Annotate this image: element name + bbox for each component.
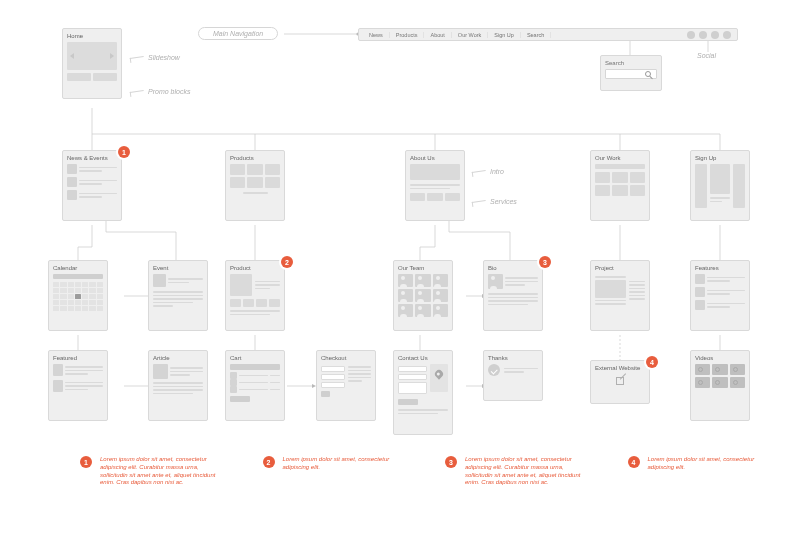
- page-product[interactable]: Product: [225, 260, 285, 331]
- page-title: Calendar: [53, 265, 103, 271]
- nav-item-signup[interactable]: Sign Up: [488, 32, 521, 38]
- page-videos[interactable]: Videos: [690, 350, 750, 421]
- annotation-promo: Promo blocks: [130, 88, 190, 95]
- page-article[interactable]: Article: [148, 350, 208, 421]
- page-our-team[interactable]: Our Team: [393, 260, 453, 331]
- page-title: External Website: [595, 365, 645, 371]
- badge-4: 4: [646, 356, 658, 368]
- social-label: Social: [697, 52, 716, 59]
- footnote-3: 3Lorem ipsum dolor sit amet, consectetur…: [445, 456, 588, 487]
- play-icon: [698, 367, 703, 372]
- search-input[interactable]: [605, 69, 657, 79]
- page-event[interactable]: Event: [148, 260, 208, 331]
- page-features[interactable]: Features: [690, 260, 750, 331]
- page-about-us[interactable]: About Us: [405, 150, 465, 221]
- page-title: Products: [230, 155, 280, 161]
- page-title: Checkout: [321, 355, 371, 361]
- page-our-work[interactable]: Our Work: [590, 150, 650, 221]
- page-title-home: Home: [67, 33, 117, 39]
- page-calendar[interactable]: Calendar: [48, 260, 108, 331]
- annotation-intro: Intro: [472, 168, 504, 175]
- badge-3: 3: [539, 256, 551, 268]
- page-sign-up[interactable]: Sign Up: [690, 150, 750, 221]
- page-featured[interactable]: Featured: [48, 350, 108, 421]
- page-title: Thanks: [488, 355, 538, 361]
- page-title: Videos: [695, 355, 745, 361]
- page-title: Cart: [230, 355, 280, 361]
- page-bio[interactable]: Bio: [483, 260, 543, 331]
- footnote-2: 2Lorem ipsum dolor sit amet, consectetur…: [263, 456, 406, 487]
- page-title: Article: [153, 355, 203, 361]
- map-pin-icon: [433, 368, 444, 379]
- page-title: Product: [230, 265, 280, 271]
- footnote-4: 4Lorem ipsum dolor sit amet, consectetur…: [628, 456, 771, 487]
- nav-item-ourwork[interactable]: Our Work: [452, 32, 488, 38]
- annotation-slideshow: Slideshow: [130, 54, 180, 61]
- page-cart[interactable]: Cart: [225, 350, 285, 421]
- page-title: Project: [595, 265, 645, 271]
- page-title: About Us: [410, 155, 460, 161]
- page-home[interactable]: Home: [62, 28, 122, 99]
- social-icons: [687, 31, 733, 39]
- search-popup-title: Search: [605, 60, 657, 66]
- main-navigation-bar: News Products About Our Work Sign Up Sea…: [358, 28, 738, 41]
- page-title: Bio: [488, 265, 538, 271]
- page-products[interactable]: Products: [225, 150, 285, 221]
- page-title: Our Team: [398, 265, 448, 271]
- page-thanks[interactable]: Thanks: [483, 350, 543, 401]
- search-popup: Search: [600, 55, 662, 91]
- page-contact-us[interactable]: Contact Us: [393, 350, 453, 435]
- chevron-left-icon: [70, 53, 74, 59]
- main-navigation-caption: Main Navigation: [198, 27, 278, 40]
- page-title: Features: [695, 265, 745, 271]
- annotation-services: Services: [472, 198, 517, 205]
- search-icon: [645, 71, 651, 77]
- badge-2: 2: [281, 256, 293, 268]
- check-icon: [488, 364, 500, 376]
- footnote-1: 1Lorem ipsum dolor sit amet, consectetur…: [80, 456, 223, 487]
- page-title: Featured: [53, 355, 103, 361]
- nav-item-about[interactable]: About: [424, 32, 451, 38]
- page-title: Sign Up: [695, 155, 745, 161]
- page-title: Event: [153, 265, 203, 271]
- page-external-website[interactable]: External Website: [590, 360, 650, 404]
- footnotes: 1Lorem ipsum dolor sit amet, consectetur…: [80, 456, 770, 487]
- nav-item-search[interactable]: Search: [521, 32, 551, 38]
- page-title: News & Events: [67, 155, 117, 161]
- page-project[interactable]: Project: [590, 260, 650, 331]
- chevron-right-icon: [110, 53, 114, 59]
- nav-item-products[interactable]: Products: [390, 32, 425, 38]
- badge-1: 1: [118, 146, 130, 158]
- external-link-icon: [614, 375, 626, 387]
- page-title: Our Work: [595, 155, 645, 161]
- nav-item-news[interactable]: News: [363, 32, 390, 38]
- page-title: Contact Us: [398, 355, 448, 361]
- page-checkout[interactable]: Checkout: [316, 350, 376, 421]
- page-news-events[interactable]: News & Events: [62, 150, 122, 221]
